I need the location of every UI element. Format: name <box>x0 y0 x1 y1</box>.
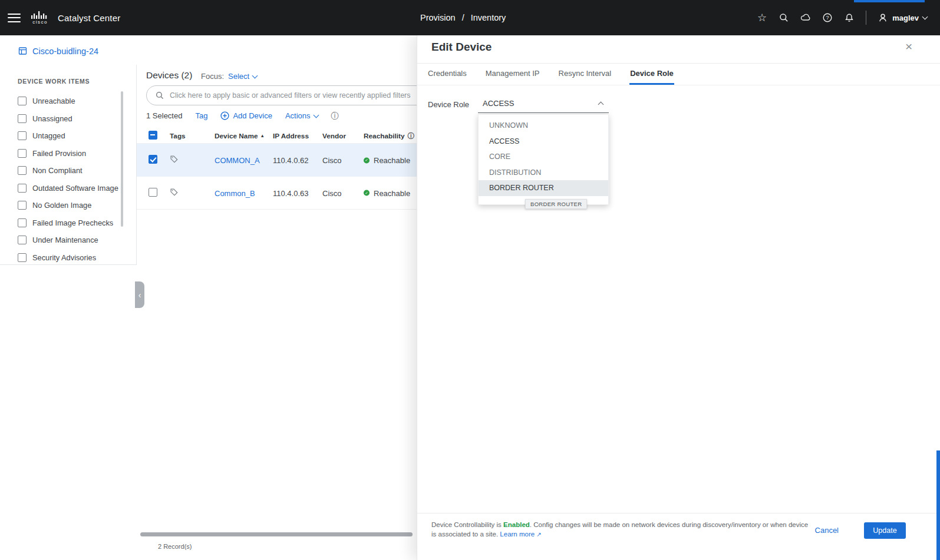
work-items-heading: DEVICE WORK ITEMS <box>18 78 136 85</box>
tab-management-ip[interactable]: Management IP <box>485 63 540 85</box>
work-item-label: Security Advisories <box>32 253 96 262</box>
work-item-label: Unassigned <box>32 114 72 123</box>
sidebar-item-untagged[interactable]: Untagged <box>0 127 136 145</box>
sidebar-item-under-maintenance[interactable]: Under Maintenance <box>0 231 136 249</box>
checkbox[interactable] <box>18 201 27 210</box>
learn-more-link[interactable]: Learn more ↗ <box>500 531 541 538</box>
row-checkbox[interactable] <box>149 155 157 164</box>
column-tags[interactable]: Tags <box>170 132 186 140</box>
tag-action-button[interactable]: Tag <box>195 111 207 120</box>
user-menu[interactable]: maglev <box>878 12 927 23</box>
device-role-dropdown-menu: UNKNOWN ACCESS CORE DISTRIBUTION BORDER … <box>478 114 609 205</box>
tab-resync-interval[interactable]: Resync Interval <box>558 63 612 85</box>
help-icon[interactable]: ? <box>822 12 833 23</box>
work-item-label: No Golden Image <box>32 201 91 210</box>
device-controllability-note: Device Controllability is Enabled. Confi… <box>431 521 813 539</box>
device-ip: 110.4.0.63 <box>273 188 308 197</box>
top-right-accent-bar <box>854 0 925 2</box>
sidebar-item-failed-image-prechecks[interactable]: Failed Image Prechecks <box>0 214 136 232</box>
device-filter-bar[interactable] <box>146 85 417 105</box>
horizontal-scrollbar[interactable] <box>140 532 413 536</box>
sidebar-item-non-compliant[interactable]: Non Compliant <box>0 162 136 180</box>
column-ip-address[interactable]: IP Address <box>273 132 309 140</box>
cancel-button[interactable]: Cancel <box>815 526 839 535</box>
sidebar-collapse-handle[interactable]: ‹ <box>135 281 144 308</box>
checkbox[interactable] <box>18 131 27 140</box>
work-item-label: Outdated Software Image <box>32 184 118 193</box>
device-ip: 110.4.0.62 <box>273 156 308 165</box>
work-item-label: Failed Image Prechecks <box>32 218 113 227</box>
checkbox[interactable] <box>18 97 27 105</box>
option-border-router[interactable]: BORDER ROUTER <box>479 180 608 196</box>
reachable-status-icon: ✓ <box>364 157 370 163</box>
notifications-bell-icon[interactable] <box>844 12 855 23</box>
add-device-button[interactable]: Add Device <box>220 111 272 120</box>
chevron-up-icon <box>598 102 604 108</box>
device-role-select[interactable]: ACCESS <box>478 94 609 113</box>
site-title[interactable]: Cisco-buidling-24 <box>18 46 98 56</box>
column-device-name[interactable]: Device Name▲ <box>215 132 265 140</box>
device-vendor: Cisco <box>322 188 342 197</box>
device-name-link[interactable]: Common_B <box>215 188 255 197</box>
sidebar-item-no-golden-image[interactable]: No Golden Image <box>0 197 136 214</box>
device-vendor: Cisco <box>322 156 342 165</box>
page-vertical-scrollbar[interactable] <box>936 450 940 560</box>
catalyst-center-screen: cisco Catalyst Center Provision / Invent… <box>0 0 940 560</box>
checkbox[interactable] <box>18 114 27 123</box>
breadcrumb-section[interactable]: Provision <box>420 13 456 22</box>
tag-icon[interactable] <box>170 188 179 198</box>
close-icon[interactable]: × <box>905 38 912 55</box>
search-icon[interactable] <box>779 12 789 23</box>
checkbox[interactable] <box>18 253 27 262</box>
option-access[interactable]: ACCESS <box>479 134 608 150</box>
star-icon[interactable]: ☆ <box>757 12 767 23</box>
table-row-common-b[interactable]: Common_B 110.4.0.63 Cisco ✓ Reachable <box>137 177 417 210</box>
cloud-icon[interactable] <box>800 12 811 23</box>
column-reachability[interactable]: Reachabilityⓘ <box>364 131 415 141</box>
device-reachability: ✓ Reachable <box>364 156 410 165</box>
tab-credentials[interactable]: Credentials <box>427 63 467 85</box>
device-filter-input[interactable] <box>170 91 417 100</box>
focus-control: Focus: Select <box>201 72 257 81</box>
info-icon[interactable]: ⓘ <box>408 131 415 140</box>
work-item-label: Unreachable <box>32 97 75 105</box>
sidebar-item-security-advisories[interactable]: Security Advisories <box>0 249 136 267</box>
sidebar-scrollbar[interactable] <box>121 91 123 227</box>
checkbox[interactable] <box>18 166 27 175</box>
checkbox[interactable] <box>18 184 27 193</box>
sidebar-item-unreachable[interactable]: Unreachable <box>0 92 136 110</box>
sidebar-item-outdated-software-image[interactable]: Outdated Software Image <box>0 180 136 197</box>
sidebar-item-failed-provision[interactable]: Failed Provision <box>0 145 136 163</box>
cisco-logo: cisco <box>31 11 49 25</box>
top-bar-actions: ☆ ? <box>757 0 940 35</box>
option-unknown[interactable]: UNKNOWN <box>479 118 608 134</box>
work-item-label: Non Compliant <box>32 166 83 175</box>
option-tooltip: BORDER ROUTER <box>525 199 587 209</box>
column-vendor[interactable]: Vendor <box>322 132 346 140</box>
option-distribution[interactable]: DISTRIBUTION <box>479 165 608 181</box>
checkbox[interactable] <box>18 236 27 244</box>
device-role-value: ACCESS <box>483 99 514 108</box>
checkbox[interactable] <box>18 218 27 227</box>
panel-tabs: Credentials Management IP Resync Interva… <box>417 63 940 85</box>
tag-icon[interactable] <box>170 155 179 165</box>
table-row-common-a[interactable]: COMMON_A 110.4.0.62 Cisco ✓ Reachable <box>137 144 417 177</box>
device-name-link[interactable]: COMMON_A <box>215 156 260 165</box>
cisco-logo-bars <box>31 11 49 19</box>
device-reachability: ✓ Reachable <box>364 188 410 197</box>
info-icon[interactable]: ⓘ <box>331 112 339 120</box>
row-checkbox[interactable] <box>149 188 157 197</box>
checkbox[interactable] <box>18 149 27 158</box>
breadcrumb-page[interactable]: Inventory <box>471 13 506 22</box>
reachable-status-icon: ✓ <box>364 190 370 196</box>
collapse-left-icon: ‹ <box>138 290 141 300</box>
select-all-checkbox[interactable] <box>149 131 157 140</box>
hamburger-menu-icon[interactable] <box>8 14 21 22</box>
option-core[interactable]: CORE <box>479 149 608 165</box>
focus-select-dropdown[interactable]: Select <box>228 72 257 81</box>
tab-device-role[interactable]: Device Role <box>629 63 674 85</box>
actions-dropdown-button[interactable]: Actions <box>285 111 318 120</box>
update-button[interactable]: Update <box>864 522 906 539</box>
sidebar-item-unassigned[interactable]: Unassigned <box>0 110 136 128</box>
plus-circle-icon <box>220 111 229 120</box>
